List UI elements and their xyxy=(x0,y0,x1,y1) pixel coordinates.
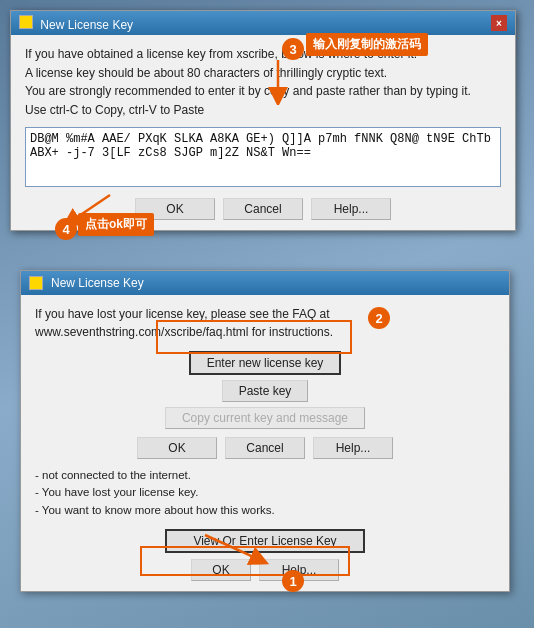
main-button-group: Enter new license key Paste key Copy cur… xyxy=(35,351,495,429)
top-dialog-titlebar: New License Key × xyxy=(11,11,515,35)
top-dialog-title: New License Key xyxy=(40,18,133,32)
main-ok-cancel-row: OK Cancel Help... xyxy=(35,437,495,459)
paste-key-button[interactable]: Paste key xyxy=(222,380,309,402)
bottom-ok-button[interactable]: OK xyxy=(191,559,251,581)
main-dialog-titlebar: New License Key xyxy=(21,271,509,295)
close-button[interactable]: × xyxy=(491,15,507,31)
app-icon xyxy=(29,276,43,290)
main-dialog-content: If you have lost your license key, pleas… xyxy=(21,295,509,591)
annotation-4-circle: 4 xyxy=(55,218,77,240)
enter-new-license-button[interactable]: Enter new license key xyxy=(189,351,342,375)
top-dialog-body: If you have obtained a license key from … xyxy=(25,45,501,119)
license-key-textarea[interactable] xyxy=(25,127,501,187)
top-cancel-button[interactable]: Cancel xyxy=(223,198,303,220)
annotation-2: 2 xyxy=(368,307,390,329)
top-app-icon xyxy=(19,15,33,29)
main-help-button[interactable]: Help... xyxy=(313,437,393,459)
annotation-3-circle: 3 xyxy=(282,38,304,60)
top-help-button[interactable]: Help... xyxy=(311,198,391,220)
annotation-3-label: 输入刚复制的激活码 xyxy=(306,33,428,56)
lost-key-line3: - You want to know more about how this w… xyxy=(35,502,495,519)
lost-key-line2: - You have lost your license key. xyxy=(35,484,495,501)
annotation-4-label: 点击ok即可 xyxy=(78,213,154,236)
view-enter-license-button[interactable]: View Or Enter License Key xyxy=(165,529,365,553)
copy-current-button: Copy current key and message xyxy=(165,407,365,429)
main-cancel-button[interactable]: Cancel xyxy=(225,437,305,459)
main-dialog-text1: If you have lost your license key, pleas… xyxy=(35,305,495,341)
bottom-ok-row: OK Help... xyxy=(35,559,495,581)
top-dialog: New License Key × If you have obtained a… xyxy=(10,10,516,231)
main-dialog-title: New License Key xyxy=(51,276,144,290)
main-ok-button[interactable]: OK xyxy=(137,437,217,459)
top-dialog-content: If you have obtained a license key from … xyxy=(11,35,515,230)
lost-key-line1: - not connected to the internet. xyxy=(35,467,495,484)
lost-key-text: - not connected to the internet. - You h… xyxy=(35,467,495,519)
annotation-1: 1 xyxy=(282,570,304,592)
main-dialog: New License Key If you have lost your li… xyxy=(20,270,510,592)
